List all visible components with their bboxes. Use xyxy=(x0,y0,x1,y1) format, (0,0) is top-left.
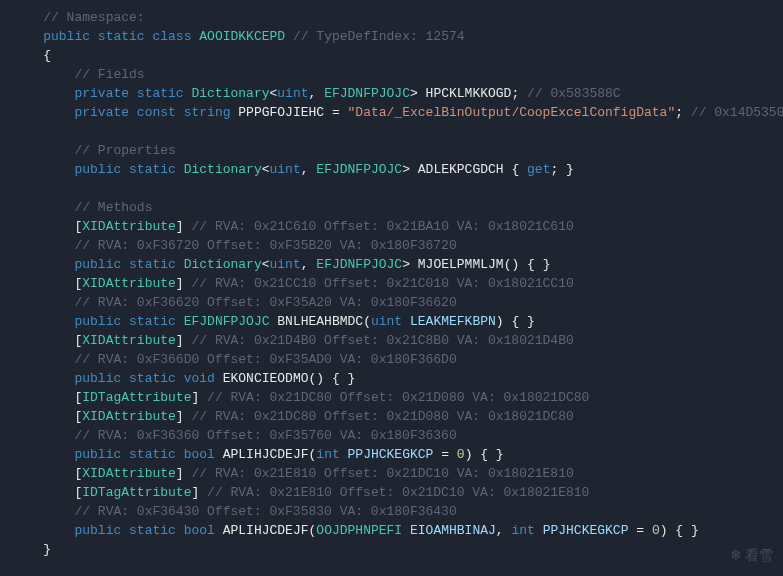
code-editor[interactable]: // Namespace: public static class AOOIDK… xyxy=(12,8,771,559)
code-line: } xyxy=(12,540,771,559)
code-line: // RVA: 0xF366D0 Offset: 0xF35AD0 VA: 0x… xyxy=(12,350,771,369)
attribute: IDTagAttribute xyxy=(82,390,191,405)
code-line xyxy=(12,179,771,198)
code-line: // RVA: 0xF36360 Offset: 0xF35760 VA: 0x… xyxy=(12,426,771,445)
code-line: // RVA: 0xF36720 Offset: 0xF35B20 VA: 0x… xyxy=(12,236,771,255)
code-line: [XIDAttribute] // RVA: 0x21C610 Offset: … xyxy=(12,217,771,236)
code-line: private static Dictionary<uint, EFJDNFPJ… xyxy=(12,84,771,103)
field-name: PPPGFOJIEHC xyxy=(238,105,324,120)
field-name: HPCKLMKKOGD xyxy=(426,86,512,101)
code-line: public static bool APLIHJCDEJF(OOJDPHNPE… xyxy=(12,521,771,540)
code-line: private const string PPPGFOJIEHC = "Data… xyxy=(12,103,771,122)
attribute: XIDAttribute xyxy=(82,276,176,291)
attribute: XIDAttribute xyxy=(82,333,176,348)
method-name: EKONCIEODMO xyxy=(223,371,309,386)
method-name: MJOELPMMLJM xyxy=(418,257,504,272)
code-line: public static void EKONCIEODMO() { } xyxy=(12,369,771,388)
code-line: [XIDAttribute] // RVA: 0x21CC10 Offset: … xyxy=(12,274,771,293)
attribute: IDTagAttribute xyxy=(82,485,191,500)
code-line: [XIDAttribute] // RVA: 0x21DC80 Offset: … xyxy=(12,407,771,426)
property-name: ADLEKPCGDCH xyxy=(418,162,504,177)
code-line: [IDTagAttribute] // RVA: 0x21E810 Offset… xyxy=(12,483,771,502)
code-line: // RVA: 0xF36430 Offset: 0xF35830 VA: 0x… xyxy=(12,502,771,521)
code-line: [XIDAttribute] // RVA: 0x21E810 Offset: … xyxy=(12,464,771,483)
code-line: public static EFJDNFPJOJC BNLHEAHBMDC(ui… xyxy=(12,312,771,331)
code-line: public static Dictionary<uint, EFJDNFPJO… xyxy=(12,160,771,179)
code-line: [XIDAttribute] // RVA: 0x21D4B0 Offset: … xyxy=(12,331,771,350)
code-line: // RVA: 0xF36620 Offset: 0xF35A20 VA: 0x… xyxy=(12,293,771,312)
attribute: XIDAttribute xyxy=(82,219,176,234)
method-name: BNLHEAHBMDC xyxy=(277,314,363,329)
code-line: public static Dictionary<uint, EFJDNFPJO… xyxy=(12,255,771,274)
code-line xyxy=(12,122,771,141)
code-line: // Methods xyxy=(12,198,771,217)
code-line: public static class AOOIDKKCEPD // TypeD… xyxy=(12,27,771,46)
method-name: APLIHJCDEJF xyxy=(223,447,309,462)
string-literal: "Data/_ExcelBinOutput/CoopExcelConfigDat… xyxy=(348,105,676,120)
code-line: [IDTagAttribute] // RVA: 0x21DC80 Offset… xyxy=(12,388,771,407)
watermark-text: 看雪 xyxy=(745,547,773,566)
code-line: // Properties xyxy=(12,141,771,160)
comment: // Namespace: xyxy=(43,10,144,25)
attribute: XIDAttribute xyxy=(82,466,176,481)
code-line: public static bool APLIHJCDEJF(int PPJHC… xyxy=(12,445,771,464)
code-line: { xyxy=(12,46,771,65)
watermark: ❄ 看雪 xyxy=(731,547,773,566)
method-name: APLIHJCDEJF xyxy=(223,523,309,538)
code-line: // Fields xyxy=(12,65,771,84)
class-name: AOOIDKKCEPD xyxy=(199,29,285,44)
code-line: // Namespace: xyxy=(12,8,771,27)
snowflake-icon: ❄ xyxy=(731,547,741,566)
attribute: XIDAttribute xyxy=(82,409,176,424)
